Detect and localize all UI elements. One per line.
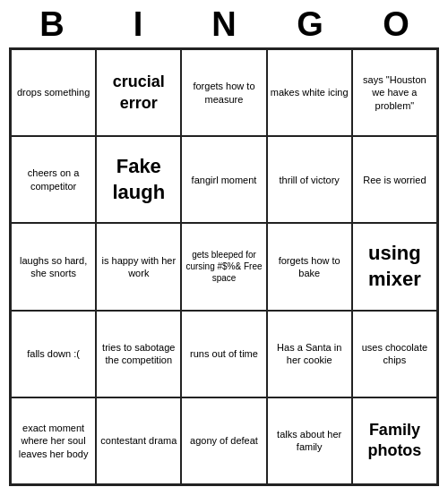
bingo-cell-17[interactable]: runs out of time xyxy=(181,311,266,397)
bingo-cell-21[interactable]: contestant drama xyxy=(96,397,181,484)
bingo-cell-1[interactable]: crucial error xyxy=(96,49,181,136)
bingo-cell-0[interactable]: drops something xyxy=(11,49,96,136)
bingo-letter-b: B xyxy=(13,5,91,44)
bingo-cell-11[interactable]: is happy with her work xyxy=(96,223,181,310)
bingo-cell-13[interactable]: forgets how to bake xyxy=(267,223,352,310)
bingo-cell-16[interactable]: tries to sabotage the competition xyxy=(96,311,181,397)
bingo-cell-3[interactable]: makes white icing xyxy=(267,49,352,136)
bingo-cell-18[interactable]: Has a Santa in her cookie xyxy=(267,311,352,397)
bingo-grid: drops somethingcrucial errorforgets how … xyxy=(9,47,439,486)
bingo-cell-23[interactable]: talks about her family xyxy=(267,397,352,484)
bingo-cell-9[interactable]: Ree is worried xyxy=(352,136,437,223)
bingo-cell-15[interactable]: falls down :( xyxy=(11,311,96,397)
bingo-cell-10[interactable]: laughs so hard, she snorts xyxy=(11,223,96,310)
bingo-cell-8[interactable]: thrill of victory xyxy=(267,136,352,223)
bingo-header: BINGO xyxy=(9,0,439,47)
bingo-letter-g: G xyxy=(271,5,349,44)
bingo-letter-o: O xyxy=(357,5,435,44)
bingo-cell-4[interactable]: says "Houston we have a problem" xyxy=(352,49,437,136)
bingo-cell-24[interactable]: Family photos xyxy=(352,397,437,484)
bingo-cell-5[interactable]: cheers on a competitor xyxy=(11,136,96,223)
bingo-cell-2[interactable]: forgets how to measure xyxy=(181,49,266,136)
bingo-cell-14[interactable]: using mixer xyxy=(352,223,437,310)
bingo-cell-12[interactable]: gets bleeped for cursing #$%& Free space xyxy=(181,223,266,310)
bingo-cell-19[interactable]: uses chocolate chips xyxy=(352,311,437,397)
bingo-letter-i: I xyxy=(99,5,177,44)
bingo-letter-n: N xyxy=(185,5,263,44)
bingo-cell-6[interactable]: Fake laugh xyxy=(96,136,181,223)
bingo-cell-20[interactable]: exact moment where her soul leaves her b… xyxy=(11,397,96,484)
bingo-cell-22[interactable]: agony of defeat xyxy=(181,397,266,484)
bingo-cell-7[interactable]: fangirl moment xyxy=(181,136,266,223)
